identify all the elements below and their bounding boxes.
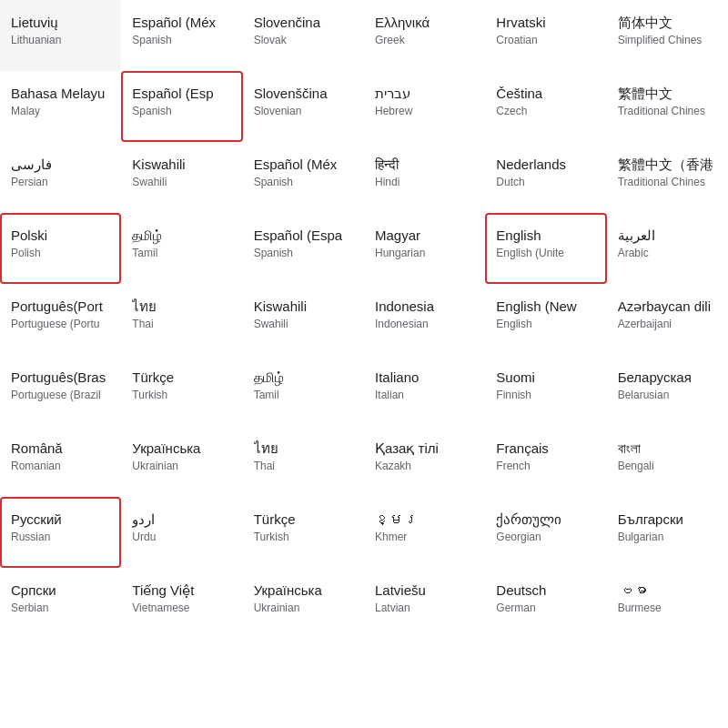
language-item[interactable]: ItalianoItalian (364, 355, 485, 426)
language-item[interactable]: Қазақ тіліKazakh (364, 426, 485, 497)
language-native-name: Українська (254, 581, 353, 600)
language-english-name: Lithuanian (11, 34, 110, 46)
language-native-name: Русский (11, 510, 110, 529)
language-english-name: Spanish (254, 176, 353, 188)
language-english-name: Spanish (254, 247, 353, 259)
language-item[interactable]: БеларускаяBelarusian (607, 355, 728, 426)
language-item[interactable]: PolskiPolish (0, 213, 121, 284)
language-english-name: Finnish (496, 389, 595, 401)
language-item[interactable]: اردوUrdu (121, 497, 242, 568)
language-native-name: Română (11, 439, 110, 458)
language-item[interactable]: KiswahiliSwahili (243, 284, 364, 355)
language-item[interactable]: SuomiFinnish (485, 355, 606, 426)
language-native-name: Español (Méx (132, 13, 231, 32)
language-item[interactable]: Tiếng ViệtVietnamese (121, 568, 242, 639)
language-item[interactable]: 繁體中文Traditional Chines (607, 71, 728, 142)
language-item[interactable]: УкраїнськаUkrainian (243, 568, 364, 639)
language-english-name: Slovenian (254, 105, 353, 117)
language-item[interactable]: தமிழ்Tamil (121, 213, 242, 284)
language-native-name: தமிழ் (132, 226, 231, 245)
language-english-name: Vietnamese (132, 602, 231, 614)
language-item[interactable]: தமிழ்Tamil (243, 355, 364, 426)
language-english-name: Serbian (11, 602, 110, 614)
language-item[interactable]: Español (MéxSpanish (243, 142, 364, 213)
language-english-name: Hungarian (375, 247, 474, 259)
language-native-name: English (496, 226, 595, 245)
language-item[interactable]: Bahasa MelayuMalay (0, 71, 121, 142)
language-item[interactable]: 繁體中文（香港Traditional Chines (607, 142, 728, 213)
language-item[interactable]: HrvatskiCroatian (485, 0, 606, 71)
language-item[interactable]: English (NewEnglish (485, 284, 606, 355)
language-english-name: Russian (11, 531, 110, 543)
language-item[interactable]: Português(PortPortuguese (Portu (0, 284, 121, 355)
language-item[interactable]: ქართულიGeorgian (485, 497, 606, 568)
language-english-name: Malay (11, 105, 110, 117)
language-item[interactable]: 简体中文Simplified Chines (607, 0, 728, 71)
language-english-name: Swahili (254, 318, 353, 330)
language-native-name: 繁體中文（香港 (618, 155, 717, 174)
language-item[interactable]: SlovenščinaSlovenian (243, 71, 364, 142)
language-item[interactable]: Español (MéxSpanish (121, 0, 242, 71)
language-native-name: Português(Bras (11, 368, 110, 387)
language-item[interactable]: LietuviųLithuanian (0, 0, 121, 71)
language-item[interactable]: Português(BrasPortuguese (Brazil (0, 355, 121, 426)
language-english-name: Arabic (618, 247, 717, 259)
language-english-name: Swahili (132, 176, 231, 188)
language-item[interactable]: ΕλληνικάGreek (364, 0, 485, 71)
language-item[interactable]: NederlandsDutch (485, 142, 606, 213)
language-english-name: Persian (11, 176, 110, 188)
language-item[interactable]: FrançaisFrench (485, 426, 606, 497)
language-item[interactable]: TürkçeTurkish (121, 355, 242, 426)
language-native-name: Српски (11, 581, 110, 600)
language-english-name: Tamil (254, 389, 353, 401)
language-native-name: فارسی (11, 155, 110, 174)
language-item[interactable]: العربيةArabic (607, 213, 728, 284)
language-english-name: English (Unite (496, 247, 595, 259)
language-english-name: Kazakh (375, 460, 474, 472)
language-native-name: हिन्दी (375, 155, 474, 174)
language-item[interactable]: فارسیPersian (0, 142, 121, 213)
language-item[interactable]: ČeštinaCzech (485, 71, 606, 142)
language-english-name: Ukrainian (254, 602, 353, 614)
language-item[interactable]: ไทยThai (243, 426, 364, 497)
language-item[interactable]: KiswahiliSwahili (121, 142, 242, 213)
language-item[interactable]: EnglishEnglish (Unite (485, 213, 606, 284)
language-item[interactable]: MagyarHungarian (364, 213, 485, 284)
language-item[interactable]: ဗမာBurmese (607, 568, 728, 639)
language-native-name: Deutsch (496, 581, 595, 600)
language-english-name: Bengali (618, 460, 717, 472)
language-item[interactable]: TürkçeTurkish (243, 497, 364, 568)
language-item[interactable]: DeutschGerman (485, 568, 606, 639)
language-english-name: Spanish (132, 34, 231, 46)
language-item[interactable]: SlovenčinaSlovak (243, 0, 364, 71)
language-english-name: Portuguese (Brazil (11, 389, 110, 401)
language-item[interactable]: हिन्दीHindi (364, 142, 485, 213)
language-item[interactable]: СрпскиSerbian (0, 568, 121, 639)
language-english-name: Czech (496, 105, 595, 117)
language-native-name: English (New (496, 297, 595, 316)
language-item[interactable]: Azərbaycan diliAzerbaijani (607, 284, 728, 355)
language-item[interactable]: ไทยThai (121, 284, 242, 355)
language-item[interactable]: RomânăRomanian (0, 426, 121, 497)
language-native-name: ไทย (132, 297, 231, 316)
language-item[interactable]: БългарскиBulgarian (607, 497, 728, 568)
language-native-name: Slovenščina (254, 84, 353, 103)
language-native-name: Български (618, 510, 717, 529)
language-item[interactable]: Español (EspaSpanish (243, 213, 364, 284)
language-native-name: Tiếng Việt (132, 581, 231, 600)
language-item[interactable]: РусскийRussian (0, 497, 121, 568)
language-item[interactable]: Español (EspSpanish (121, 71, 242, 142)
language-english-name: Traditional Chines (618, 176, 717, 188)
language-item[interactable]: IndonesiaIndonesian (364, 284, 485, 355)
language-item[interactable]: УкраїнськаUkrainian (121, 426, 242, 497)
language-english-name: Belarusian (618, 389, 717, 401)
language-native-name: Suomi (496, 368, 595, 387)
language-item[interactable]: LatviešuLatvian (364, 568, 485, 639)
language-english-name: Greek (375, 34, 474, 46)
language-english-name: Indonesian (375, 318, 474, 330)
language-native-name: 繁體中文 (618, 84, 717, 103)
language-native-name: Lietuvių (11, 13, 110, 32)
language-item[interactable]: עבריתHebrew (364, 71, 485, 142)
language-item[interactable]: ខ្មែរKhmer (364, 497, 485, 568)
language-item[interactable]: বাংলাBengali (607, 426, 728, 497)
